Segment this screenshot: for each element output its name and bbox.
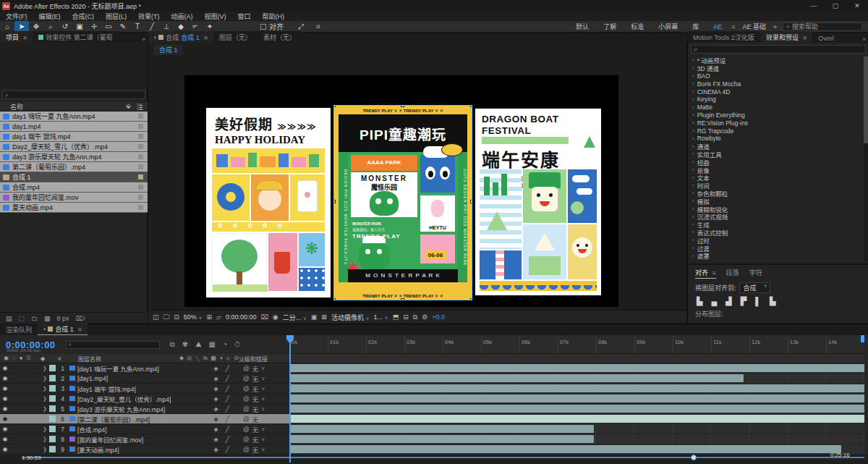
chevron-right-icon[interactable]: › — [692, 119, 694, 126]
tab-project[interactable]: 项目≡ — [0, 31, 33, 43]
draft-3d-icon[interactable]: ✾ — [182, 340, 188, 349]
item-checkbox[interactable] — [138, 195, 143, 200]
workspace-tab[interactable]: 默认 — [569, 22, 596, 31]
tab-layer[interactable]: 图层（无） — [213, 31, 258, 43]
workspace-tab[interactable]: 库 — [685, 22, 706, 31]
project-item-row[interactable]: 第二课（葡萄乐园）.mp4 — [0, 162, 148, 172]
clone-stamp-tool-icon[interactable]: ⊥ — [159, 21, 174, 32]
layer-switches[interactable]: ◈╱ — [200, 446, 243, 453]
timeline-search-input[interactable]: ⌕ — [66, 341, 160, 349]
expand-chevron-icon[interactable]: ❯ — [41, 406, 49, 412]
rotation-tool-icon[interactable]: ↺ — [58, 21, 72, 32]
viewer-timecode[interactable]: 0:00:00:00 — [226, 313, 257, 321]
layer-row[interactable]: ◉ ❯ 1 [day1 嗨玩一夏 九鱼Ann.mp4] ◈╱ @无∨ — [0, 363, 289, 374]
layer-color-swatch[interactable] — [49, 426, 56, 432]
menu-item[interactable]: 编辑(E) — [33, 12, 67, 21]
project-item-row[interactable]: 合成.mp4 — [0, 182, 148, 193]
effects-category-row[interactable]: › 文本 — [688, 174, 863, 182]
layer-row[interactable]: ◉ ❯ 5 [day3 游乐摩天轮 九鱼Ann.mp4] ◈╱ @无∨ — [0, 404, 289, 414]
effects-category-row[interactable]: › 沉浸式视频 — [688, 213, 863, 221]
layer-parent-dropdown[interactable]: @无∨ — [243, 435, 289, 444]
fast-previews-icon[interactable]: ▣ — [311, 313, 318, 321]
layer-name[interactable]: [day1.mp4] — [77, 375, 200, 382]
expand-chevron-icon[interactable]: ❯ — [41, 436, 49, 442]
time-ruler[interactable]: 0s01s02s03s04s05s06s07s08s09s10s11s12s13… — [289, 335, 864, 354]
chevron-right-icon[interactable]: › — [692, 229, 694, 235]
menu-item[interactable]: 帮助(H) — [257, 12, 291, 21]
effects-category-row[interactable]: › Boris FX Mocha — [688, 80, 863, 88]
effects-category-row[interactable]: › 模拟 — [688, 197, 863, 205]
chevron-right-icon[interactable]: › — [692, 72, 694, 79]
layer-row[interactable]: ◉ ❯ 2 [day1.mp4] ◈╱ @无∨ — [0, 374, 289, 384]
tab-motion-tools[interactable]: Motion Tools 2汉化版 — [687, 31, 760, 43]
navigator-knob[interactable] — [691, 455, 697, 460]
expand-chevron-icon[interactable]: ❯ — [41, 426, 49, 432]
magnification-dropdown[interactable]: 50% ∨ — [184, 313, 203, 321]
align-to-dropdown[interactable]: 合成 — [739, 282, 770, 293]
tab-character[interactable]: 字符 — [749, 268, 762, 279]
effects-category-row[interactable]: › RE:Vision Plug-ins — [688, 119, 863, 127]
layer-duration-bar[interactable] — [289, 435, 594, 443]
layer-color-swatch[interactable] — [49, 405, 56, 412]
puppet-pin-tool-icon[interactable]: ✦ — [203, 21, 217, 32]
chevron-right-icon[interactable]: › — [692, 237, 694, 243]
note-column-header[interactable]: 注 — [137, 102, 143, 111]
item-checkbox[interactable] — [138, 174, 143, 180]
layer-name[interactable]: [第二课（葡萄乐园）.mp4] — [77, 415, 200, 423]
layer-switches[interactable]: ◈╱ — [200, 365, 243, 372]
chevron-right-icon[interactable]: › — [692, 88, 694, 95]
interpret-footage-icon[interactable]: ▤ — [6, 315, 12, 322]
resize-icon[interactable]: ⤢ — [294, 21, 308, 32]
layer-parent-dropdown[interactable]: @无∨ — [243, 395, 289, 403]
workspace-tab-ae[interactable]: AE — [706, 23, 729, 30]
layer-switches[interactable]: ◈╱ — [200, 416, 243, 423]
preview-snapshot-icon[interactable]: ◫ — [153, 313, 159, 321]
tag-icon[interactable]: ⬚ — [19, 315, 25, 322]
shape-tool-icon[interactable]: ▭ — [101, 21, 116, 32]
effects-category-row[interactable]: › 过渡 — [688, 244, 863, 252]
effects-category-row[interactable]: › 实用工具 — [688, 151, 863, 159]
selection-handle[interactable] — [401, 106, 404, 107]
channel-icon[interactable]: ⊡ — [174, 313, 179, 321]
layer-row[interactable]: ◉ ❯ 4 [Day2_摩天轮_雪儿（优秀）.mp4] ◈╱ @无∨ — [0, 394, 289, 404]
item-checkbox[interactable] — [138, 205, 143, 210]
hand-tool-icon[interactable]: ✥ — [29, 21, 43, 32]
effects-category-row[interactable]: › 抠像 — [688, 166, 863, 174]
eraser-tool-icon[interactable]: ◆ — [174, 21, 188, 32]
align-bottom-icon[interactable]: ▙ — [770, 297, 775, 306]
effects-category-row[interactable]: › 通道 — [688, 143, 863, 151]
motion-blur-icon[interactable]: ◔ — [223, 340, 227, 349]
chevron-right-icon[interactable]: › — [692, 222, 694, 228]
chevron-right-icon[interactable]: › — [692, 198, 694, 204]
chevron-right-icon[interactable]: › — [692, 96, 694, 103]
expand-chevron-icon[interactable]: ❯ — [41, 416, 49, 422]
snapshot-camera-icon[interactable]: ⌧ — [260, 313, 268, 321]
layer-duration-bar[interactable] — [289, 395, 864, 402]
effects-search-input[interactable]: ⌕ — [691, 45, 866, 54]
tab-overlay[interactable]: Overl — [812, 33, 840, 43]
layer-parent-dropdown[interactable]: @无∨ — [243, 374, 289, 383]
guides-icon[interactable]: ⊠ — [321, 313, 327, 321]
layer-visibility-icon[interactable]: ◉ — [0, 416, 10, 422]
home-icon[interactable]: ⌂ — [0, 21, 14, 32]
tab-overflow-icon[interactable]: » — [142, 35, 148, 43]
new-folder-icon[interactable]: 🗀 — [31, 315, 38, 322]
layer-name[interactable]: [合成.mp4] — [77, 425, 200, 434]
minimize-button[interactable]: — — [803, 0, 825, 12]
tab-effects-presets[interactable]: 效果和预设≡ — [760, 31, 812, 43]
chevron-right-icon[interactable]: › — [692, 104, 694, 111]
close-button[interactable]: ✕ — [846, 0, 868, 12]
item-checkbox[interactable] — [138, 185, 143, 190]
resolution-dropdown[interactable]: 二分... ∨ — [283, 313, 307, 322]
item-checkbox[interactable] — [138, 114, 143, 119]
selection-handle[interactable] — [334, 200, 336, 203]
layer-visibility-icon[interactable]: ◉ — [0, 405, 10, 412]
workspace-overflow-icon[interactable]: » — [773, 23, 777, 30]
layer-duration-bar[interactable] — [289, 364, 864, 372]
work-area-end-marker[interactable] — [861, 335, 864, 342]
pan-behind-tool-icon[interactable]: ✛ — [87, 21, 101, 32]
layer-duration-bar[interactable] — [289, 384, 864, 392]
transparency-grid-icon[interactable]: ▱ — [216, 313, 221, 321]
chevron-right-icon[interactable]: › — [692, 127, 694, 134]
layer-visibility-icon[interactable]: ◉ — [0, 426, 10, 432]
